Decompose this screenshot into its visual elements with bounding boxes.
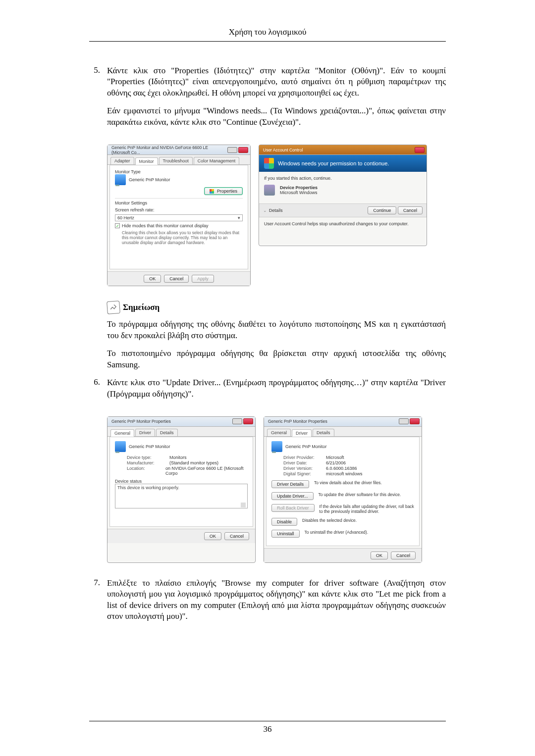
help-button[interactable] [227, 147, 237, 153]
step5-para1: Κάντε κλικ στο "Properties (Ιδιότητες)" … [107, 65, 446, 99]
provider-key: Driver Provider: [283, 455, 323, 460]
uninstall-button[interactable]: Uninstall [271, 530, 300, 538]
disable-desc: Disables the selected device. [302, 518, 414, 523]
step7-para1: Επιλέξτε το πλαίσιο επιλογής "Browse my … [107, 578, 446, 622]
cancel-button[interactable]: Cancel [164, 275, 189, 283]
titlebar: User Account Control [259, 145, 427, 155]
footer-rule [89, 721, 446, 721]
properties-button-label: Properties [217, 189, 237, 194]
tab-pane: Generic PnP Monitor Driver Provider:Micr… [266, 437, 420, 546]
signer-key: Digital Signer: [283, 471, 323, 476]
close-button[interactable] [243, 418, 253, 424]
close-button[interactable] [415, 147, 425, 153]
device-properties-driver: Generic PnP Monitor Properties General D… [264, 416, 422, 563]
device-status-textarea[interactable]: This device is working properly. [115, 484, 248, 508]
step-7: 7. Επιλέξτε το πλαίσιο επιλογής "Browse … [89, 578, 446, 629]
step-number: 6. [89, 377, 107, 406]
tab-details[interactable]: Details [156, 429, 178, 436]
ok-button[interactable]: OK [144, 275, 161, 283]
header-rule [89, 41, 446, 42]
step-number: 7. [89, 578, 107, 629]
monitor-properties-dialog: Generic PnP Monitor and NVIDIA GeForce 6… [107, 145, 251, 286]
tab-driver[interactable]: Driver [292, 429, 312, 437]
tab-driver[interactable]: Driver [135, 429, 155, 436]
driver-details-button[interactable]: Driver Details [271, 480, 309, 488]
tab-strip: Adapter Monitor Troubleshoot Color Manag… [107, 155, 250, 165]
rollback-driver-button[interactable]: Roll Back Driver [271, 504, 315, 512]
tab-pane: Monitor Type Generic PnP Monitor Propert… [109, 165, 248, 269]
disable-button[interactable]: Disable [271, 518, 297, 526]
monitor-name: Generic PnP Monitor [129, 177, 170, 182]
window-title: Generic PnP Monitor and NVIDIA GeForce 6… [111, 145, 227, 155]
step-body: Κάντε κλικ στο "Properties (Ιδιότητες)" … [107, 65, 446, 135]
location-val: on NVIDIA GeForce 6600 LE (Microsoft Cor… [165, 466, 248, 476]
manufacturer-val: (Standard monitor types) [169, 460, 218, 465]
uac-dialog: User Account Control Windows needs your … [259, 145, 427, 246]
hide-modes-label: Hide modes that this monitor cannot disp… [122, 223, 209, 228]
tab-monitor[interactable]: Monitor [135, 157, 158, 165]
step-number: 5. [89, 65, 107, 135]
uac-headline: Windows needs your permission to contion… [278, 160, 389, 166]
note-para1: Το πρόγραμμα οδήγησης της οθόνης διαθέτε… [107, 319, 446, 341]
tab-color-management[interactable]: Color Management [194, 157, 240, 164]
note-icon [107, 301, 120, 314]
monitor-icon [115, 441, 126, 452]
apply-button[interactable]: Apply [192, 275, 214, 283]
ok-button[interactable]: OK [371, 552, 388, 559]
tab-general[interactable]: General [267, 429, 291, 436]
cancel-button[interactable]: Cancel [224, 532, 249, 540]
page-title: Χρήση του λογισμικού [89, 27, 446, 37]
rollback-driver-desc: If the device fails after updating the d… [320, 504, 414, 514]
publisher-label: Microsoft Windows [280, 190, 318, 195]
device-status-label: Device status [115, 479, 248, 484]
close-button[interactable] [238, 147, 248, 153]
date-val: 6/21/2006 [326, 460, 346, 465]
note-para2: Το πιστοποιημένο πρόγραμμα οδήγησης θα β… [107, 348, 446, 370]
tab-adapter[interactable]: Adapter [110, 157, 134, 164]
hide-modes-desc: Clearing this check box allows you to se… [122, 230, 243, 245]
version-val: 6.0.6000.16386 [326, 466, 357, 471]
close-button[interactable] [410, 418, 420, 424]
driver-details-desc: To view details about the driver files. [314, 480, 414, 485]
uac-footnote: User Account Control helps stop unauthor… [259, 217, 427, 230]
device-status-text: This device is working properly. [117, 485, 245, 490]
update-driver-desc: To update the driver software for this d… [319, 492, 414, 497]
titlebar: Generic PnP Monitor Properties [264, 417, 422, 427]
tab-general[interactable]: General [110, 429, 134, 437]
monitor-icon [115, 174, 126, 185]
help-button[interactable] [232, 418, 242, 424]
properties-button[interactable]: Properties [204, 187, 243, 195]
refresh-rate-value: 60 Hertz [117, 215, 134, 220]
hide-modes-checkbox[interactable]: ✓ [115, 223, 120, 228]
step-6: 6. Κάντε κλικ στο "Update Driver... (Ενη… [89, 377, 446, 406]
page-number: 36 [0, 724, 535, 734]
window-title: Generic PnP Monitor Properties [268, 419, 327, 424]
scroll-handle[interactable] [241, 503, 246, 507]
continue-button[interactable]: Continue [368, 206, 396, 214]
step-body: Κάντε κλικ στο "Update Driver... (Ενημέρ… [107, 377, 446, 406]
help-button[interactable] [399, 418, 409, 424]
tab-strip: General Driver Details [107, 427, 255, 437]
details-toggle[interactable]: Details [269, 208, 283, 213]
signer-val: microsoft windows [326, 471, 363, 476]
titlebar: Generic PnP Monitor and NVIDIA GeForce 6… [107, 145, 250, 155]
refresh-rate-select[interactable]: 60 Hertz [115, 214, 243, 221]
window-title: User Account Control [263, 148, 303, 152]
tab-details[interactable]: Details [313, 429, 334, 436]
version-key: Driver Version: [283, 466, 323, 471]
note-title: Σημείωση [123, 302, 160, 312]
monitor-settings-heading: Monitor Settings [115, 198, 243, 205]
note-block: Σημείωση [107, 301, 446, 314]
update-driver-button[interactable]: Update Driver... [271, 492, 314, 500]
provider-val: Microsoft [326, 455, 344, 460]
tab-troubleshoot[interactable]: Troubleshoot [159, 157, 193, 164]
ok-button[interactable]: OK [204, 532, 221, 540]
device-name: Generic PnP Monitor [129, 444, 170, 449]
monitor-type-heading: Monitor Type [115, 169, 243, 174]
cancel-button[interactable]: Cancel [391, 552, 416, 559]
dialog-footer: OK Cancel Apply [107, 271, 250, 286]
cancel-button[interactable]: Cancel [398, 206, 423, 214]
device-properties-label: Device Properties [280, 185, 318, 190]
shield-icon [210, 189, 214, 194]
shield-icon [264, 158, 274, 169]
